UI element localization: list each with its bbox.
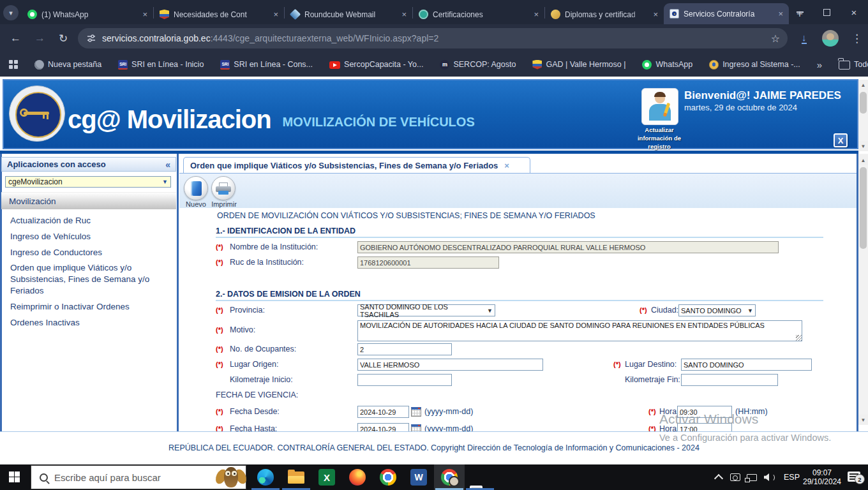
bookmark-sercop-agosto[interactable]: mSERCOP: Agosto bbox=[440, 60, 516, 70]
calendar-icon[interactable] bbox=[411, 407, 421, 417]
window-minimize-button[interactable] bbox=[791, 0, 809, 24]
bookmarks-overflow-chevron[interactable]: » bbox=[817, 59, 822, 70]
site-settings-icon[interactable] bbox=[87, 34, 96, 43]
required-marker: (*) bbox=[640, 306, 647, 314]
tab-diplomas[interactable]: Diplomas y certificad × bbox=[545, 4, 664, 24]
taskbar-firefox-icon[interactable] bbox=[349, 469, 366, 486]
scroll-down-button[interactable]: ▼ bbox=[858, 141, 868, 151]
tab-certificaciones[interactable]: Certificaciones × bbox=[413, 4, 544, 24]
bookmark-star-icon[interactable]: ☆ bbox=[771, 33, 780, 45]
forward-button[interactable]: → bbox=[34, 32, 45, 45]
nombre-institucion-label: Nombre de la Institución: bbox=[230, 242, 318, 251]
action-center-icon[interactable]: 2 bbox=[848, 471, 860, 482]
sidebar-item-reimprimir-inactivar[interactable]: Reimprimir o Inactivar Ordenes bbox=[10, 301, 171, 313]
tab-roundcube[interactable]: Roundcube Webmail × bbox=[285, 4, 412, 24]
bookmark-ingreso-sistema[interactable]: Ingreso al Sistema -... bbox=[709, 60, 800, 70]
tray-display-icon[interactable] bbox=[730, 473, 740, 481]
logout-close-button[interactable]: X bbox=[834, 133, 848, 147]
apps-grid-icon[interactable] bbox=[9, 60, 18, 69]
bookmark-sri-consultas[interactable]: SRISRI en Línea - Cons... bbox=[220, 60, 313, 70]
taskbar-file-explorer-icon[interactable] bbox=[288, 469, 304, 486]
sidebar-item-ingreso-conductores[interactable]: Ingreso de Conductores bbox=[10, 247, 171, 258]
tab-necesidades[interactable]: Necesidades de Cont × bbox=[154, 4, 284, 24]
required-marker: (*) bbox=[216, 345, 223, 353]
application-select[interactable]: cgeMovilizacion ▼ bbox=[5, 176, 171, 188]
scrollbar-thumb[interactable] bbox=[860, 167, 867, 249]
tray-language-indicator[interactable]: ESP bbox=[784, 473, 800, 482]
nombre-institucion-input[interactable] bbox=[357, 241, 779, 253]
address-bar[interactable]: servicios.contraloria.gob.ec:4443/cge_ar… bbox=[78, 28, 788, 48]
sidebar-collapse-icon[interactable]: « bbox=[165, 160, 170, 170]
avatar-caption[interactable]: Actualizar información de registro bbox=[629, 126, 690, 151]
start-button[interactable] bbox=[9, 471, 20, 482]
scroll-up-button[interactable]: ▲ bbox=[858, 155, 868, 165]
tab-close-icon[interactable]: × bbox=[142, 10, 147, 19]
all-bookmarks-button[interactable]: Todos los marcadores bbox=[839, 59, 868, 70]
taskbar-word-icon[interactable]: W bbox=[410, 469, 427, 486]
bookmark-whatsapp[interactable]: WhatsApp bbox=[642, 60, 692, 70]
required-marker: (*) bbox=[216, 326, 223, 334]
content-tab[interactable]: Orden que implique Viáticos y/o Subsiste… bbox=[183, 157, 530, 174]
content-tab-close-icon[interactable]: × bbox=[504, 161, 509, 170]
required-marker: (*) bbox=[216, 360, 223, 368]
km-fin-input[interactable] bbox=[681, 374, 778, 386]
scrollbar-thumb[interactable] bbox=[860, 92, 867, 114]
tab-servicios-contraloria-active[interactable]: Servicios Contraloría × bbox=[664, 3, 789, 24]
tab-search-button[interactable]: ▾ bbox=[3, 5, 19, 20]
chevron-down-icon: ▼ bbox=[162, 179, 168, 185]
lugar-origen-input[interactable] bbox=[357, 359, 543, 371]
tab-close-icon[interactable]: × bbox=[534, 10, 539, 19]
km-inicio-input[interactable] bbox=[357, 374, 452, 386]
bookmark-sri-inicio[interactable]: SRISRI en Línea - Inicio bbox=[118, 60, 204, 70]
profile-avatar[interactable] bbox=[822, 30, 839, 47]
taskbar-excel-icon[interactable]: X bbox=[318, 469, 335, 486]
back-button[interactable]: ← bbox=[10, 32, 21, 45]
tray-clock[interactable]: 09:07 29/10/2024 bbox=[799, 468, 845, 486]
reload-button[interactable]: ↻ bbox=[59, 32, 68, 45]
motivo-textarea[interactable]: MOVILIZACIÓN DE AUTORIDADES HACIA LA CIU… bbox=[357, 320, 802, 341]
taskbar-chrome-icon[interactable] bbox=[380, 469, 396, 486]
ocupantes-input[interactable] bbox=[357, 343, 452, 355]
search-owl-image[interactable] bbox=[218, 466, 244, 489]
new-button[interactable] bbox=[184, 176, 208, 200]
taskbar-search-box[interactable]: Escribe aquí para buscar bbox=[31, 465, 246, 489]
tab-close-icon[interactable]: × bbox=[273, 10, 278, 19]
section-rule bbox=[216, 300, 823, 301]
bookmark-sercopcapacita[interactable]: SercopCapacita - Yo... bbox=[329, 60, 423, 69]
cge-logo bbox=[9, 85, 65, 142]
sidebar-item-orden-viaticos[interactable]: Orden que implique Viáticos y/o Subsiste… bbox=[10, 262, 171, 296]
textarea-resize-handle[interactable] bbox=[796, 335, 802, 341]
section-rule bbox=[216, 237, 823, 238]
sidebar-item-ordenes-inactivas[interactable]: Ordenes Inactivas bbox=[10, 317, 171, 329]
taskbar-chrome-active-icon[interactable] bbox=[441, 469, 458, 486]
ciudad-select[interactable]: SANTO DOMINGO ▼ bbox=[678, 304, 756, 316]
download-icon[interactable]: ↓ bbox=[802, 33, 807, 44]
screen: ▾ (1) WhatsApp × Necesidades de Cont × R… bbox=[0, 0, 868, 490]
fecha-desde-input[interactable] bbox=[357, 406, 409, 418]
speaker-icon[interactable] bbox=[764, 473, 769, 481]
update-registration-avatar[interactable] bbox=[641, 88, 678, 125]
sidebar-item-ingreso-vehiculos[interactable]: Ingreso de Vehículos bbox=[10, 231, 171, 242]
hidden-icons-chevron[interactable] bbox=[714, 474, 723, 483]
ruc-institucion-input[interactable] bbox=[357, 256, 499, 269]
tab-close-icon[interactable]: × bbox=[653, 10, 658, 19]
provincia-select[interactable]: SANTO DOMINGO DE LOS TSACHILAS ▼ bbox=[357, 304, 495, 316]
window-close-button[interactable]: × bbox=[845, 0, 863, 24]
bookmark-nueva-pestana[interactable]: Nueva pestaña bbox=[34, 60, 101, 70]
sidebar-section-header[interactable]: Movilización bbox=[1, 192, 176, 209]
scroll-up-button[interactable]: ▲ bbox=[858, 80, 868, 90]
browser-menu-icon[interactable]: ⋮ bbox=[851, 32, 862, 45]
bookmark-gad-valle-hermoso[interactable]: GAD | Valle Hermoso | bbox=[532, 60, 625, 70]
lugar-destino-input[interactable] bbox=[681, 359, 812, 371]
network-icon[interactable] bbox=[747, 474, 757, 481]
taskbar-edge-icon[interactable] bbox=[257, 469, 274, 486]
tab-close-icon[interactable]: × bbox=[401, 10, 407, 19]
sidebar-item-actualizacion-ruc[interactable]: Actualización de Ruc bbox=[10, 215, 171, 226]
tab-close-icon[interactable]: × bbox=[778, 9, 783, 19]
tab-label: Certificaciones bbox=[433, 10, 529, 19]
scroll-down-button[interactable]: ▼ bbox=[858, 415, 868, 425]
tab-whatsapp[interactable]: (1) WhatsApp × bbox=[22, 4, 153, 24]
url-path: :4443/cge_arquitecturaexterna_web/WFInic… bbox=[211, 33, 439, 43]
window-restore-button[interactable] bbox=[818, 0, 835, 24]
print-button[interactable] bbox=[211, 176, 236, 200]
